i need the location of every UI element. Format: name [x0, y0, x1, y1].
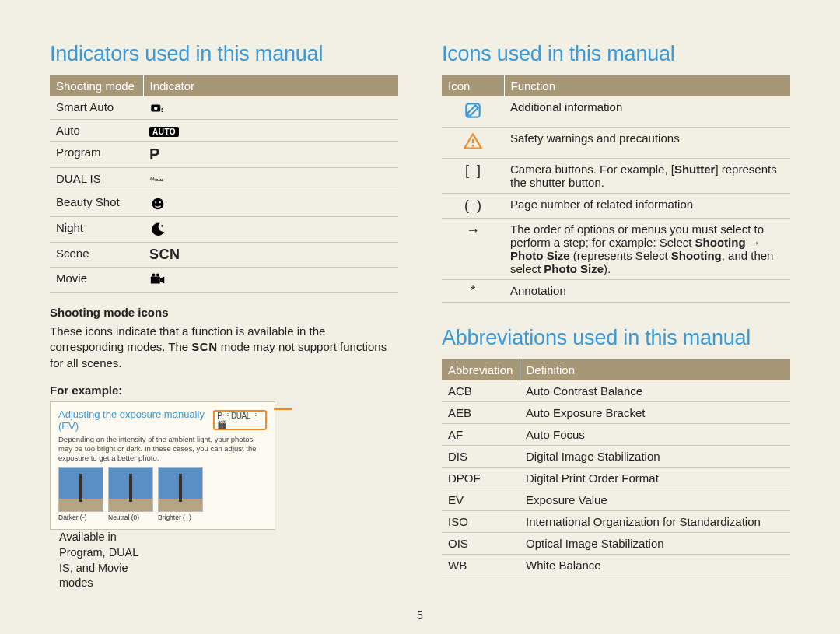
table-row: OISOptical Image Stabilization	[442, 533, 790, 555]
page-number: 5	[417, 609, 423, 622]
table-row: Night	[50, 217, 398, 243]
icons-heading: Icons used in this manual	[442, 42, 790, 66]
abbr-table: Abbreviation Definition ACBAuto Contrast…	[442, 359, 790, 576]
table-row: Additional information	[442, 96, 790, 128]
example-desc: Depending on the intensity of the ambien…	[58, 435, 267, 463]
callout-line	[274, 408, 292, 410]
abbr-heading: Abbreviations used in this manual	[442, 326, 790, 350]
table-row: Beauty Shot	[50, 191, 398, 217]
thumb-brighter	[158, 467, 203, 512]
thumb-neutral	[108, 467, 153, 512]
table-row: Scene SCN	[50, 243, 398, 268]
thumb-label: Neutral (0)	[108, 513, 153, 521]
table-row: DUAL IS DUAL	[50, 168, 398, 191]
icons-table: Icon Function Additional information Saf…	[442, 75, 790, 303]
for-example-heading: For example:	[50, 384, 398, 397]
svg-text:DUAL: DUAL	[155, 178, 163, 182]
asterisk-icon: *	[471, 284, 475, 297]
svg-rect-7	[151, 276, 160, 283]
square-brackets-icon: [ ]	[465, 163, 481, 178]
table-row: AEBAuto Exposure Bracket	[442, 402, 790, 424]
parens-icon: ( )	[464, 198, 481, 213]
table-row: EVExposure Value	[442, 489, 790, 511]
column-left: Indicators used in this manual Shooting …	[50, 42, 398, 591]
table-row: DPOFDigital Print Order Format	[442, 468, 790, 489]
table-row: ( ) Page number of related information	[442, 194, 790, 219]
column-right: Icons used in this manual Icon Function …	[442, 42, 790, 591]
table-row: [ ] Camera buttons. For example, [Shutte…	[442, 159, 790, 194]
table-row: Safety warnings and precautions	[442, 128, 790, 159]
example-snippet: Adjusting the exposure manually (EV) P ⋮…	[50, 401, 275, 531]
program-p-icon: P	[149, 145, 159, 163]
th-def: Definition	[520, 359, 790, 380]
table-row: AFAuto Focus	[442, 424, 790, 446]
th-icon: Icon	[442, 75, 504, 96]
svg-point-5	[155, 201, 156, 203]
indicators-heading: Indicators used in this manual	[50, 42, 398, 66]
table-row: ACBAuto Contrast Balance	[442, 380, 790, 402]
svg-point-4	[152, 198, 164, 210]
table-row: Program P	[50, 142, 398, 168]
table-row: → The order of options or menus you must…	[442, 219, 790, 280]
arrow-right-icon: →	[466, 222, 480, 238]
thumb-label: Brighter (+)	[158, 513, 203, 521]
shooting-mode-table: Shooting mode Indicator Smart Auto S Aut…	[50, 75, 398, 293]
th-abbr: Abbreviation	[442, 359, 520, 380]
example-heading: Adjusting the exposure manually (EV)	[58, 408, 210, 432]
smart-auto-icon: S	[149, 100, 163, 114]
svg-text:S: S	[161, 107, 163, 114]
scn-icon: SCN	[149, 247, 180, 262]
annotation-side-note: Available in Program, DUAL IS, and Movie…	[59, 530, 152, 590]
movie-icon	[149, 272, 166, 285]
th-indicator: Indicator	[143, 75, 398, 96]
notepad-icon	[463, 110, 483, 123]
th-shooting-mode: Shooting mode	[50, 75, 143, 96]
auto-badge-icon: AUTO	[149, 127, 179, 137]
shooting-mode-icons-heading: Shooting mode icons	[50, 306, 398, 319]
mode-chip: P ⋮DUAL ⋮🎬	[213, 410, 267, 430]
table-row: ISOInternational Organization for Standa…	[442, 511, 790, 533]
thumb-darker	[58, 467, 103, 512]
table-row: Movie	[50, 268, 398, 293]
beauty-face-icon	[149, 196, 166, 209]
table-row: Smart Auto S	[50, 96, 398, 120]
night-moon-icon	[149, 222, 166, 235]
table-row: Auto AUTO	[50, 120, 398, 142]
table-row: * Annotation	[442, 280, 790, 303]
svg-point-12	[472, 145, 474, 147]
table-row: DISDigital Image Stabilization	[442, 446, 790, 468]
thumb-label: Darker (-)	[58, 513, 103, 521]
svg-point-1	[154, 107, 158, 110]
svg-point-6	[159, 201, 161, 203]
warning-icon	[463, 141, 483, 154]
shooting-mode-icons-description: These icons indicate that a function is …	[50, 324, 398, 371]
dual-is-icon: DUAL	[149, 172, 163, 185]
svg-point-9	[156, 274, 159, 277]
table-row: WBWhite Balance	[442, 555, 790, 576]
svg-point-8	[152, 274, 155, 277]
th-function: Function	[504, 75, 790, 96]
